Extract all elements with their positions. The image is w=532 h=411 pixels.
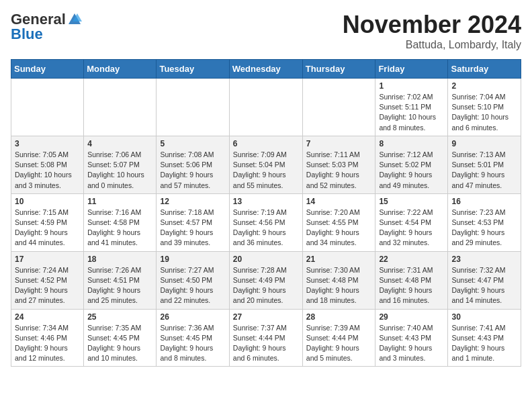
day-number: 11 [87,197,152,206]
day-number: 15 [379,197,444,206]
calendar-week-row: 24Sunrise: 7:34 AM Sunset: 4:46 PM Dayli… [11,309,521,367]
calendar-cell: 27Sunrise: 7:37 AM Sunset: 4:44 PM Dayli… [229,309,302,367]
calendar-header-row: SundayMondayTuesdayWednesdayThursdayFrid… [11,60,521,79]
calendar-header-tuesday: Tuesday [157,60,229,79]
day-number: 7 [306,139,372,148]
day-info: Sunrise: 7:31 AM Sunset: 4:48 PM Dayligh… [379,265,444,306]
header: General Blue November 2024 Battuda, Lomb… [11,11,521,51]
day-info: Sunrise: 7:37 AM Sunset: 4:44 PM Dayligh… [233,323,299,364]
calendar-cell: 10Sunrise: 7:15 AM Sunset: 4:59 PM Dayli… [11,193,84,251]
day-info: Sunrise: 7:08 AM Sunset: 5:06 PM Dayligh… [160,150,225,191]
day-number: 12 [160,197,225,206]
calendar-week-row: 1Sunrise: 7:02 AM Sunset: 5:11 PM Daylig… [11,79,521,136]
day-number: 4 [87,139,152,148]
day-info: Sunrise: 7:13 AM Sunset: 5:01 PM Dayligh… [451,150,517,191]
calendar-header-friday: Friday [375,60,448,79]
calendar-cell: 29Sunrise: 7:40 AM Sunset: 4:43 PM Dayli… [375,309,448,367]
day-number: 6 [233,139,299,148]
calendar-cell: 22Sunrise: 7:31 AM Sunset: 4:48 PM Dayli… [375,251,448,309]
calendar-cell: 26Sunrise: 7:36 AM Sunset: 4:45 PM Dayli… [157,309,229,367]
day-number: 25 [87,312,152,322]
calendar-cell: 12Sunrise: 7:18 AM Sunset: 4:57 PM Dayli… [157,193,229,251]
calendar-header-sunday: Sunday [11,60,84,79]
day-info: Sunrise: 7:20 AM Sunset: 4:55 PM Dayligh… [306,208,372,248]
day-number: 3 [15,139,80,148]
day-number: 1 [379,81,444,91]
title-area: November 2024 Battuda, Lombardy, Italy [343,11,521,51]
calendar-cell: 28Sunrise: 7:39 AM Sunset: 4:44 PM Dayli… [302,309,375,367]
calendar-cell: 30Sunrise: 7:41 AM Sunset: 4:43 PM Dayli… [448,309,521,367]
day-info: Sunrise: 7:40 AM Sunset: 4:43 PM Dayligh… [379,323,444,364]
day-number: 10 [15,197,80,206]
day-info: Sunrise: 7:16 AM Sunset: 4:58 PM Dayligh… [87,208,152,248]
calendar-cell: 6Sunrise: 7:09 AM Sunset: 5:04 PM Daylig… [229,136,302,193]
day-info: Sunrise: 7:27 AM Sunset: 4:50 PM Dayligh… [160,265,225,306]
day-info: Sunrise: 7:26 AM Sunset: 4:51 PM Dayligh… [87,265,152,306]
day-number: 2 [451,81,517,91]
day-info: Sunrise: 7:06 AM Sunset: 5:07 PM Dayligh… [87,150,152,191]
day-number: 24 [15,312,80,322]
day-info: Sunrise: 7:32 AM Sunset: 4:47 PM Dayligh… [451,265,517,306]
day-number: 9 [451,139,517,148]
calendar-week-row: 3Sunrise: 7:05 AM Sunset: 5:08 PM Daylig… [11,136,521,193]
day-number: 13 [233,197,299,206]
calendar-cell: 7Sunrise: 7:11 AM Sunset: 5:03 PM Daylig… [302,136,375,193]
day-info: Sunrise: 7:34 AM Sunset: 4:46 PM Dayligh… [15,323,80,364]
calendar-cell: 13Sunrise: 7:19 AM Sunset: 4:56 PM Dayli… [229,193,302,251]
day-info: Sunrise: 7:23 AM Sunset: 4:53 PM Dayligh… [451,208,517,248]
day-info: Sunrise: 7:02 AM Sunset: 5:11 PM Dayligh… [379,92,444,133]
calendar-header-saturday: Saturday [448,60,521,79]
day-info: Sunrise: 7:15 AM Sunset: 4:59 PM Dayligh… [15,208,80,248]
calendar-cell [11,79,84,136]
day-number: 23 [451,255,517,264]
day-number: 19 [160,255,225,264]
calendar-cell: 14Sunrise: 7:20 AM Sunset: 4:55 PM Dayli… [302,193,375,251]
calendar-cell: 4Sunrise: 7:06 AM Sunset: 5:07 PM Daylig… [84,136,157,193]
day-info: Sunrise: 7:30 AM Sunset: 4:48 PM Dayligh… [306,265,372,306]
calendar-header-thursday: Thursday [302,60,375,79]
page-title: November 2024 [343,11,521,39]
calendar-cell: 3Sunrise: 7:05 AM Sunset: 5:08 PM Daylig… [11,136,84,193]
day-info: Sunrise: 7:11 AM Sunset: 5:03 PM Dayligh… [306,150,372,191]
calendar-cell: 25Sunrise: 7:35 AM Sunset: 4:45 PM Dayli… [84,309,157,367]
day-number: 22 [379,255,444,264]
calendar-table: SundayMondayTuesdayWednesdayThursdayFrid… [11,59,521,367]
calendar-header-wednesday: Wednesday [229,60,302,79]
calendar-cell [84,79,157,136]
day-info: Sunrise: 7:36 AM Sunset: 4:45 PM Dayligh… [160,323,225,364]
calendar-cell: 23Sunrise: 7:32 AM Sunset: 4:47 PM Dayli… [448,251,521,309]
day-number: 28 [306,312,372,322]
day-number: 17 [15,255,80,264]
day-number: 30 [451,312,517,322]
day-number: 8 [379,139,444,148]
day-info: Sunrise: 7:22 AM Sunset: 4:54 PM Dayligh… [379,208,444,248]
day-number: 5 [160,139,225,148]
day-info: Sunrise: 7:39 AM Sunset: 4:44 PM Dayligh… [306,323,372,364]
day-number: 16 [451,197,517,206]
day-info: Sunrise: 7:09 AM Sunset: 5:04 PM Dayligh… [233,150,299,191]
day-info: Sunrise: 7:24 AM Sunset: 4:52 PM Dayligh… [15,265,80,306]
day-number: 21 [306,255,372,264]
calendar-cell: 5Sunrise: 7:08 AM Sunset: 5:06 PM Daylig… [157,136,229,193]
page-subtitle: Battuda, Lombardy, Italy [343,39,521,51]
calendar-cell: 2Sunrise: 7:04 AM Sunset: 5:10 PM Daylig… [448,79,521,136]
day-number: 20 [233,255,299,264]
calendar-cell: 17Sunrise: 7:24 AM Sunset: 4:52 PM Dayli… [11,251,84,309]
day-info: Sunrise: 7:12 AM Sunset: 5:02 PM Dayligh… [379,150,444,191]
calendar-header-monday: Monday [84,60,157,79]
calendar-cell [229,79,302,136]
day-number: 26 [160,312,225,322]
day-info: Sunrise: 7:18 AM Sunset: 4:57 PM Dayligh… [160,208,225,248]
calendar-cell: 21Sunrise: 7:30 AM Sunset: 4:48 PM Dayli… [302,251,375,309]
logo: General Blue [11,11,82,43]
calendar-cell: 16Sunrise: 7:23 AM Sunset: 4:53 PM Dayli… [448,193,521,251]
day-info: Sunrise: 7:19 AM Sunset: 4:56 PM Dayligh… [233,208,299,248]
calendar-cell: 24Sunrise: 7:34 AM Sunset: 4:46 PM Dayli… [11,309,84,367]
calendar-cell: 19Sunrise: 7:27 AM Sunset: 4:50 PM Dayli… [157,251,229,309]
calendar-cell: 20Sunrise: 7:28 AM Sunset: 4:49 PM Dayli… [229,251,302,309]
calendar-cell: 18Sunrise: 7:26 AM Sunset: 4:51 PM Dayli… [84,251,157,309]
logo-icon [67,12,82,27]
calendar-cell: 11Sunrise: 7:16 AM Sunset: 4:58 PM Dayli… [84,193,157,251]
logo-blue: Blue [11,26,43,43]
day-info: Sunrise: 7:05 AM Sunset: 5:08 PM Dayligh… [15,150,80,191]
